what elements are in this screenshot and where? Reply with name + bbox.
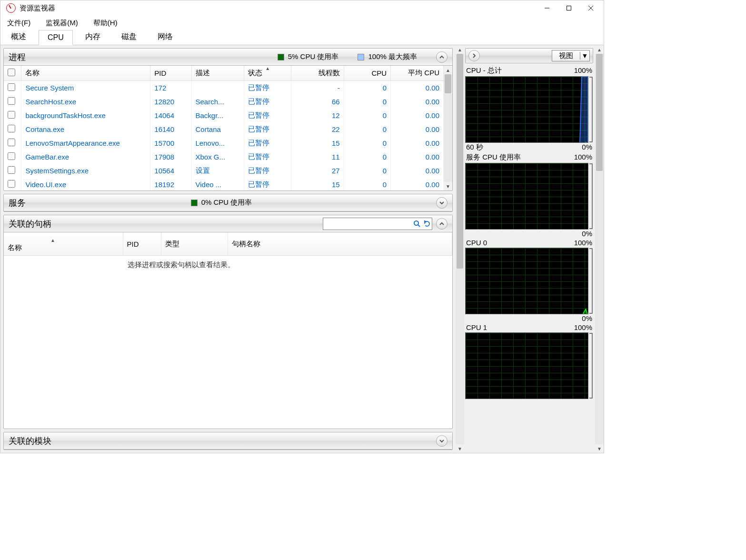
cell-status: 已暂停 [244, 95, 291, 109]
cell-avg: 0.00 [391, 150, 444, 164]
col-pid[interactable]: PID [150, 66, 191, 81]
cell-status: 已暂停 [244, 122, 291, 136]
cell-desc: Search... [191, 95, 244, 109]
col-avg-cpu[interactable]: 平均 CPU [391, 66, 444, 81]
process-row[interactable]: SystemSettings.exe10564设置已暂停2700.00 [4, 164, 444, 178]
sort-asc-icon: ▲ [265, 66, 270, 71]
cell-desc: Cortana [191, 122, 244, 136]
handles-col-handle-name[interactable]: 句柄名称 [228, 232, 452, 256]
cell-pid: 12820 [150, 95, 191, 109]
chart-block: CPU 1100% [465, 322, 593, 399]
cell-name: Video.UI.exe [21, 178, 150, 190]
chart-bracket-icon [588, 248, 593, 314]
row-checkbox[interactable] [4, 150, 21, 164]
col-name[interactable]: 名称 [21, 66, 150, 81]
row-checkbox[interactable] [4, 109, 21, 122]
handles-search-box [323, 218, 432, 230]
cell-desc: 设置 [191, 164, 244, 178]
collapse-handles-button[interactable] [436, 218, 448, 230]
processes-header[interactable]: 进程 5% CPU 使用率 100% 最大频率 [4, 49, 452, 66]
handles-col-type[interactable]: 类型 [161, 232, 228, 256]
expand-modules-button[interactable] [436, 435, 448, 447]
cell-avg: 0.00 [391, 109, 444, 122]
cell-cpu: 0 [344, 95, 391, 109]
max-freq-stat: 100% 最大频率 [358, 52, 417, 61]
cell-name: GameBar.exe [21, 150, 150, 164]
handles-search-input[interactable] [323, 220, 412, 228]
dropdown-arrow-icon: ▼ [580, 52, 589, 60]
cell-threads: 12 [291, 109, 344, 122]
process-row[interactable]: SearchHost.exe12820Search...已暂停6600.00 [4, 95, 444, 109]
col-status[interactable]: ▲状态 [244, 66, 291, 81]
handles-col-name[interactable]: ▲名称 [4, 232, 123, 256]
tab-memory[interactable]: 内存 [77, 29, 109, 45]
svg-line-5 [418, 225, 420, 227]
process-row[interactable]: backgroundTaskHost.exe14064Backgr...已暂停1… [4, 109, 444, 122]
handles-header[interactable]: 关联的句柄 [4, 215, 452, 232]
row-checkbox[interactable] [4, 164, 21, 178]
services-panel: 服务 0% CPU 使用率 [3, 194, 453, 212]
tab-network[interactable]: 网络 [149, 29, 181, 45]
max-freq-label: 100% 最大频率 [368, 52, 417, 61]
scroll-down-icon[interactable]: ▼ [444, 182, 452, 190]
col-cpu[interactable]: CPU [344, 66, 391, 81]
close-button[interactable] [580, 0, 602, 16]
process-row[interactable]: Cortana.exe16140Cortana已暂停2200.00 [4, 122, 444, 136]
handles-col-pid[interactable]: PID [123, 232, 161, 256]
cell-cpu: 0 [344, 178, 391, 190]
menu-help[interactable]: 帮助(H) [90, 18, 121, 29]
process-row[interactable]: LenovoSmartAppearance.exe15700Lenovo...已… [4, 136, 444, 150]
modules-header[interactable]: 关联的模块 [4, 432, 452, 450]
cell-threads: - [291, 81, 344, 95]
row-checkbox[interactable] [4, 122, 21, 136]
process-row[interactable]: Video.UI.exe18192Video ...已暂停1500.00 [4, 178, 444, 190]
menu-file[interactable]: 文件(F) [3, 18, 34, 29]
content-area: 进程 5% CPU 使用率 100% 最大频率 [0, 45, 604, 453]
view-dropdown[interactable]: 视图 ▼ [552, 50, 590, 61]
col-desc[interactable]: 描述 [191, 66, 244, 81]
scroll-up-icon[interactable]: ▲ [444, 66, 452, 74]
cell-cpu: 0 [344, 164, 391, 178]
scroll-up-icon[interactable]: ▲ [595, 45, 604, 54]
scroll-up-icon[interactable]: ▲ [456, 45, 464, 54]
expand-services-button[interactable] [436, 197, 448, 209]
tab-cpu[interactable]: CPU [39, 30, 73, 45]
side-collapse-button[interactable] [468, 50, 480, 61]
minimize-button[interactable] [536, 0, 558, 16]
cell-pid: 10564 [150, 164, 191, 178]
process-row[interactable]: GameBar.exe17908Xbox G...已暂停1100.00 [4, 150, 444, 164]
cell-status: 已暂停 [244, 164, 291, 178]
row-checkbox[interactable] [4, 81, 21, 95]
cell-pid: 15700 [150, 136, 191, 150]
chart-bracket-icon [588, 332, 593, 399]
scroll-down-icon[interactable]: ▼ [595, 444, 604, 453]
row-checkbox[interactable] [4, 95, 21, 109]
maximize-button[interactable] [558, 0, 580, 16]
cell-name: Secure System [21, 81, 150, 95]
scroll-down-icon[interactable]: ▼ [456, 444, 464, 453]
menubar: 文件(F) 监视器(M) 帮助(H) [0, 16, 604, 30]
select-all-checkbox[interactable] [4, 66, 21, 81]
cell-name: SystemSettings.exe [21, 164, 150, 178]
process-row[interactable]: Secure System172已暂停-00.00 [4, 81, 444, 95]
svg-rect-1 [567, 6, 571, 10]
processes-scrollbar[interactable]: ▲ ▼ [444, 66, 452, 190]
collapse-processes-button[interactable] [436, 51, 448, 63]
chart-canvas [465, 76, 588, 143]
main-scrollbar[interactable]: ▲ ▼ [456, 45, 464, 453]
cell-cpu: 0 [344, 81, 391, 95]
search-icon[interactable] [412, 220, 422, 228]
cell-desc: Video ... [191, 178, 244, 190]
side-pane: 视图 ▼ CPU - 总计100%60 秒0%服务 CPU 使用率100%0%C… [464, 45, 595, 453]
menu-monitor[interactable]: 监视器(M) [42, 18, 82, 29]
side-scrollbar[interactable]: ▲ ▼ [595, 45, 604, 453]
resource-monitor-window: 资源监视器 文件(F) 监视器(M) 帮助(H) 概述 CPU 内存 磁盘 网络… [0, 0, 604, 453]
col-threads[interactable]: 线程数 [291, 66, 344, 81]
refresh-icon[interactable] [422, 220, 432, 228]
row-checkbox[interactable] [4, 178, 21, 190]
row-checkbox[interactable] [4, 136, 21, 150]
chart-top-right: 100% [574, 239, 592, 247]
services-header[interactable]: 服务 0% CPU 使用率 [4, 194, 452, 211]
tab-disk[interactable]: 磁盘 [113, 29, 145, 45]
tab-overview[interactable]: 概述 [2, 29, 35, 45]
